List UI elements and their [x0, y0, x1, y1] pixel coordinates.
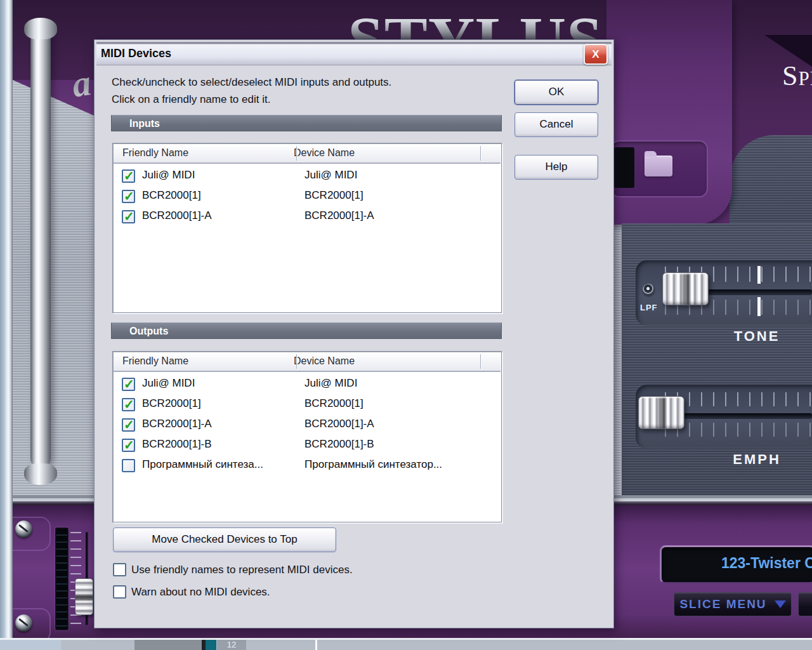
- friendly-name[interactable]: BCR2000[1]-A: [142, 209, 212, 222]
- ruler-marker: 12: [217, 640, 246, 650]
- table-row[interactable]: BCR2000[1]-A BCR2000[1]-A: [114, 415, 500, 435]
- inputs-list-header: Friendly Name Device Name: [114, 144, 501, 164]
- option-label: Use friendly names to represent MIDI dev…: [131, 563, 353, 577]
- patch-name-text: 123-Twister C: [721, 555, 812, 572]
- table-row[interactable]: BCR2000[1]-A BCR2000[1]-A: [114, 206, 500, 227]
- strip-cursor-line: [315, 640, 317, 650]
- tone-slider-handle[interactable]: [662, 272, 709, 305]
- table-row[interactable]: Juli@ MIDI Juli@ MIDI: [114, 374, 500, 394]
- column-header-device-name[interactable]: Device Name: [287, 352, 465, 371]
- tone-center-mark-top: [757, 266, 761, 284]
- tone-center-mark-bottom: [757, 297, 761, 316]
- device-checkbox[interactable]: [122, 418, 135, 432]
- friendly-name[interactable]: BCR2000[1]-B: [142, 438, 212, 451]
- friendly-name[interactable]: Программный синтеза...: [142, 458, 263, 471]
- host-app-strip: 12: [0, 638, 812, 650]
- mini-display: [614, 147, 634, 188]
- strip-teal-marker: [206, 640, 216, 650]
- device-checkbox[interactable]: [122, 398, 135, 411]
- volume-fader-handle[interactable]: [75, 578, 93, 615]
- device-checkbox[interactable]: [122, 169, 135, 183]
- device-checkbox[interactable]: [122, 439, 135, 452]
- warn-no-midi-checkbox[interactable]: [113, 585, 126, 599]
- help-button[interactable]: Help: [514, 155, 598, 180]
- table-row[interactable]: Программный синтеза... Программный синте…: [114, 455, 500, 475]
- device-checkbox[interactable]: [122, 459, 135, 472]
- device-name: BCR2000[1]-B: [304, 438, 374, 451]
- friendly-name[interactable]: BCR2000[1]: [142, 397, 201, 410]
- screw-icon: [15, 521, 32, 538]
- device-name: BCR2000[1]: [304, 189, 363, 202]
- table-row[interactable]: BCR2000[1] BCR2000[1]: [114, 394, 500, 415]
- close-icon: X: [592, 48, 599, 61]
- lpf-knob[interactable]: [643, 284, 655, 296]
- table-row[interactable]: BCR2000[1] BCR2000[1]: [114, 186, 500, 206]
- inputs-section-header: Inputs: [111, 115, 502, 131]
- friendly-name[interactable]: BCR2000[1]: [142, 189, 201, 202]
- move-checked-devices-button[interactable]: Move Checked Devices to Top: [113, 527, 336, 552]
- slice-menu-label: SLICE MENU: [679, 597, 766, 611]
- instruction-line: Click on a friendly name to edit it.: [112, 91, 391, 108]
- emph-ticks-bottom: [665, 423, 812, 437]
- chrome-handle-cap-bottom: [24, 463, 57, 485]
- outputs-list[interactable]: Friendly Name Device Name Juli@ MIDI Jul…: [112, 351, 502, 522]
- table-row[interactable]: BCR2000[1]-B BCR2000[1]-B: [114, 435, 500, 455]
- outputs-section-header: Outputs: [111, 322, 502, 339]
- column-header-friendly-name[interactable]: Friendly Name: [114, 352, 287, 371]
- device-name: BCR2000[1]-A: [304, 209, 374, 222]
- close-button[interactable]: X: [584, 44, 608, 65]
- column-header-friendly-name[interactable]: Friendly Name: [114, 144, 287, 162]
- dialog-titlebar[interactable]: MIDI Devices X: [96, 42, 612, 65]
- lpf-label: LPF: [640, 303, 658, 312]
- emph-label: EMPH: [716, 451, 798, 468]
- midi-devices-dialog: MIDI Devices X Check/uncheck to select/d…: [94, 39, 614, 628]
- level-meter: [55, 527, 69, 630]
- column-header-device-name[interactable]: Device Name: [287, 144, 465, 162]
- emph-slider-handle[interactable]: [638, 396, 684, 429]
- emph-slider-track[interactable]: [664, 413, 812, 419]
- window-left-edge: [0, 0, 13, 638]
- cancel-button[interactable]: Cancel: [514, 112, 598, 137]
- column-separator[interactable]: [296, 146, 297, 161]
- patch-name-display[interactable]: 123-Twister C: [660, 545, 812, 584]
- dialog-instructions: Check/uncheck to select/deselect MIDI in…: [112, 74, 391, 108]
- device-name: BCR2000[1]: [304, 397, 363, 410]
- device-name: BCR2000[1]-A: [304, 418, 374, 430]
- folder-icon[interactable]: [645, 156, 672, 176]
- slice-menu-button[interactable]: SLICE MENU: [674, 592, 792, 616]
- column-separator[interactable]: [296, 354, 297, 369]
- device-name: Программный синтезатор...: [304, 458, 442, 471]
- dialog-title: MIDI Devices: [96, 47, 171, 60]
- device-checkbox[interactable]: [122, 210, 135, 223]
- chrome-handle-cap-top: [24, 18, 57, 39]
- device-checkbox[interactable]: [122, 190, 135, 203]
- friendly-name[interactable]: Juli@ MIDI: [142, 377, 195, 390]
- table-row[interactable]: Juli@ MIDI Juli@ MIDI: [114, 166, 500, 186]
- emph-ticks-top: [665, 392, 812, 406]
- strip-segment: [0, 640, 61, 650]
- clipped-menu-button[interactable]: [798, 592, 812, 616]
- option-label: Warn about no MIDI devices.: [131, 585, 270, 599]
- device-name: Juli@ MIDI: [304, 169, 357, 182]
- spectrasonics-logo-partial: SPE: [782, 60, 812, 92]
- ok-button[interactable]: OK: [514, 80, 598, 105]
- inputs-list[interactable]: Friendly Name Device Name Juli@ MIDI Jul…: [112, 143, 502, 313]
- dark-panel-corner: [730, 135, 812, 227]
- instruction-line: Check/uncheck to select/deselect MIDI in…: [112, 74, 391, 91]
- device-checkbox[interactable]: [122, 378, 135, 391]
- brand-rest: PE: [798, 67, 812, 90]
- chrome-handle-bar: [30, 27, 51, 468]
- friendly-name[interactable]: BCR2000[1]-A: [142, 418, 212, 430]
- tone-label: TONE: [716, 328, 798, 345]
- chevron-down-icon: [775, 600, 786, 608]
- use-friendly-names-checkbox[interactable]: [113, 563, 126, 576]
- friendly-name[interactable]: Juli@ MIDI: [142, 169, 195, 182]
- column-separator[interactable]: [480, 146, 481, 161]
- brand-initial: S: [782, 60, 798, 91]
- device-name: Juli@ MIDI: [304, 377, 357, 390]
- outputs-list-header: Friendly Name Device Name: [114, 352, 501, 372]
- screw-icon: [15, 614, 32, 632]
- column-separator[interactable]: [480, 354, 481, 369]
- strip-segment: [134, 640, 202, 650]
